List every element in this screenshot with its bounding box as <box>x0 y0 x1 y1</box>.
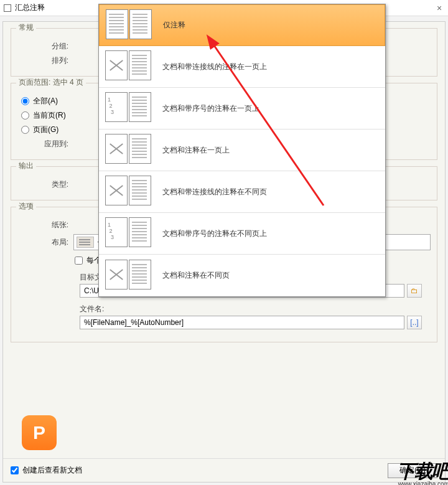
radio-pages-label: 页面(G) <box>33 125 58 135</box>
dropdown-item-label: 文档和注释在不同页 <box>162 270 230 281</box>
filename-value: %[FileName]_%[AutoNumber] <box>84 318 184 327</box>
filename-macro-button[interactable]: [..] <box>407 316 422 329</box>
dropdown-item-5[interactable]: 1 2 3文档和带序号的注释在不同页上 <box>99 213 385 255</box>
dropdown-item-icon <box>106 9 156 42</box>
macro-icon: [..] <box>410 318 418 327</box>
checkbox-view-after-create[interactable]: 创建后查看新文档 <box>11 465 82 476</box>
dropdown-item-1[interactable]: 文档和带连接线的注释在一页上 <box>99 46 385 88</box>
watermark-url: www.xiazaiba.com <box>397 481 448 485</box>
browse-folder-button[interactable]: 🗀 <box>407 284 422 298</box>
dropdown-item-3[interactable]: 文档和注释在一页上 <box>99 129 385 171</box>
layout-dropdown[interactable]: 仅注释文档和带连接线的注释在一页上1 2 3文档和带序号的注释在一页上文档和注释… <box>98 4 386 297</box>
legend-output: 输出 <box>16 161 36 171</box>
dropdown-item-icon <box>105 134 155 166</box>
filename-field[interactable]: %[FileName]_%[AutoNumber] <box>80 316 404 329</box>
checkbox-view-after-input[interactable] <box>11 466 19 474</box>
label-paper: 纸张: <box>17 220 73 230</box>
bottom-bar: 创建后查看新文档 确定(O) <box>3 458 445 482</box>
app-icon <box>4 4 11 12</box>
dropdown-item-icon <box>105 260 155 292</box>
folder-open-icon: 🗀 <box>411 286 418 295</box>
close-icon[interactable]: × <box>434 3 444 13</box>
label-group: 分组: <box>17 41 73 52</box>
label-layout: 布局: <box>17 237 73 248</box>
label-sort: 排列: <box>17 55 73 66</box>
label-filename: 文件名: <box>80 304 431 314</box>
radio-current-label: 当前页(R) <box>33 110 66 121</box>
radio-pages-input[interactable] <box>21 126 29 134</box>
radio-all-label: 全部(A) <box>33 96 58 106</box>
label-type: 类型: <box>17 179 73 190</box>
dropdown-item-label: 文档和带序号的注释在不同页上 <box>162 228 267 239</box>
dropdown-item-4[interactable]: 文档和带连接线的注释在不同页 <box>99 171 385 213</box>
dropdown-item-0[interactable]: 仅注释 <box>99 4 385 46</box>
radio-current-input[interactable] <box>21 111 29 120</box>
dropdown-item-icon: 1 2 3 <box>105 92 155 125</box>
app-logo-icon: P <box>22 415 57 450</box>
dropdown-item-label: 文档和带连接线的注释在不同页 <box>162 187 267 197</box>
legend-general: 常规 <box>16 22 36 33</box>
dropdown-item-icon <box>105 50 155 83</box>
label-apply-to: 应用到: <box>17 139 73 149</box>
dropdown-item-6[interactable]: 文档和注释在不同页 <box>99 255 385 296</box>
dropdown-item-label: 文档和带连接线的注释在一页上 <box>162 62 267 72</box>
radio-all-input[interactable] <box>21 97 29 105</box>
dropdown-item-icon <box>105 176 155 208</box>
dropdown-item-label: 仅注释 <box>163 20 185 31</box>
layout-select-icon <box>77 237 94 248</box>
dropdown-item-2[interactable]: 1 2 3文档和带序号的注释在一页上 <box>99 88 385 129</box>
dropdown-item-icon: 1 2 3 <box>105 217 155 250</box>
dropdown-item-label: 文档和注释在一页上 <box>162 145 230 156</box>
checkbox-view-after-label: 创建后查看新文档 <box>22 465 82 476</box>
watermark: 下载吧 www.xiazaiba.com <box>397 459 448 485</box>
legend-page-range: 页面范围: 选中 4 页 <box>16 77 86 88</box>
legend-options: 选项 <box>16 201 36 212</box>
dropdown-item-label: 文档和带序号的注释在一页上 <box>162 103 259 114</box>
checkbox-separate-input[interactable] <box>75 257 83 265</box>
